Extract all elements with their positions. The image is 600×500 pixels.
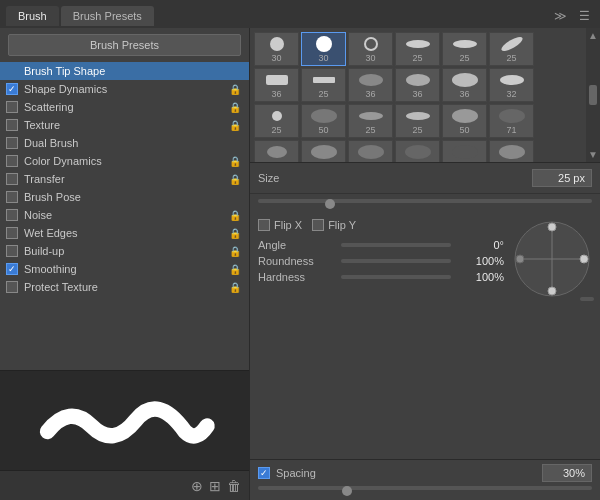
hardness-row: Hardness 100% bbox=[258, 271, 504, 283]
checkbox-color-dynamics[interactable] bbox=[6, 155, 18, 167]
brush-cell-22[interactable]: 50 bbox=[395, 140, 440, 163]
checkbox-build-up[interactable] bbox=[6, 245, 18, 257]
roundness-row: Roundness 100% bbox=[258, 255, 504, 267]
spacing-section: Spacing bbox=[250, 459, 600, 500]
lock-scattering: 🔒 bbox=[229, 102, 241, 113]
svg-point-30 bbox=[548, 287, 556, 295]
grid-view-icon[interactable]: ⊞ bbox=[209, 478, 221, 494]
brush-cell-4[interactable]: 25 bbox=[395, 32, 440, 66]
menu-item-transfer[interactable]: Transfer 🔒 bbox=[0, 170, 249, 188]
menu-item-brush-tip-shape[interactable]: Brush Tip Shape bbox=[0, 62, 249, 80]
brush-cell-7[interactable]: 36 bbox=[254, 68, 299, 102]
dial-slider-h[interactable] bbox=[580, 297, 594, 301]
size-slider[interactable] bbox=[258, 199, 592, 209]
angle-label: Angle bbox=[258, 239, 333, 251]
svg-point-3 bbox=[366, 39, 376, 49]
create-new-icon[interactable]: ⊕ bbox=[191, 478, 203, 494]
flip-x-checkbox[interactable] bbox=[258, 219, 270, 231]
checkbox-protect-texture[interactable] bbox=[6, 281, 18, 293]
left-panel: Brush Presets Brush Tip Shape Shape Dyna… bbox=[0, 28, 250, 500]
menu-item-texture[interactable]: Texture 🔒 bbox=[0, 116, 249, 134]
brush-cell-12[interactable]: 32 bbox=[489, 68, 534, 102]
checkbox-noise[interactable] bbox=[6, 209, 18, 221]
spacing-input[interactable] bbox=[542, 464, 592, 482]
brush-cell-23[interactable]: 50 bbox=[442, 140, 487, 163]
menu-item-brush-pose[interactable]: Brush Pose bbox=[0, 188, 249, 206]
brush-cell-19[interactable]: 25 bbox=[254, 140, 299, 163]
scroll-up-icon[interactable]: ▲ bbox=[588, 30, 598, 41]
svg-point-6 bbox=[499, 35, 524, 53]
expand-icon[interactable]: ≫ bbox=[550, 7, 571, 25]
svg-point-31 bbox=[516, 255, 524, 263]
size-input[interactable] bbox=[532, 169, 592, 187]
svg-point-0 bbox=[270, 37, 284, 51]
spacing-checkbox[interactable] bbox=[258, 467, 270, 479]
checkbox-shape-dynamics[interactable] bbox=[6, 83, 18, 95]
hardness-label: Hardness bbox=[258, 271, 333, 283]
brush-cell-2[interactable]: 30 bbox=[301, 32, 346, 66]
brush-cell-6[interactable]: 25 bbox=[489, 32, 534, 66]
menu-item-wet-edges[interactable]: Wet Edges 🔒 bbox=[0, 224, 249, 242]
brush-cell-13[interactable]: 25 bbox=[254, 104, 299, 138]
brush-cell-17[interactable]: 50 bbox=[442, 104, 487, 138]
svg-point-24 bbox=[499, 145, 525, 159]
flip-x-item: Flip X bbox=[258, 219, 302, 231]
spacing-slider-thumb[interactable] bbox=[342, 486, 352, 496]
checkbox-texture[interactable] bbox=[6, 119, 18, 131]
brush-cell-9[interactable]: 36 bbox=[348, 68, 393, 102]
menu-list: Brush Tip Shape Shape Dynamics 🔒 Scatter… bbox=[0, 62, 249, 370]
brush-cell-15[interactable]: 25 bbox=[348, 104, 393, 138]
scroll-down-icon[interactable]: ▼ bbox=[588, 149, 598, 160]
spacing-slider-track bbox=[258, 486, 592, 490]
checkbox-wet-edges[interactable] bbox=[6, 227, 18, 239]
brush-cell-11[interactable]: 36 bbox=[442, 68, 487, 102]
lock-transfer: 🔒 bbox=[229, 174, 241, 185]
brush-cell-5[interactable]: 25 bbox=[442, 32, 487, 66]
checkbox-brush-pose[interactable] bbox=[6, 191, 18, 203]
hardness-slider[interactable] bbox=[341, 275, 451, 279]
props-area: Flip X Flip Y Angle 0° bbox=[250, 213, 600, 459]
brush-grid-scrollbar[interactable]: ▲ ▼ bbox=[586, 28, 600, 162]
menu-icon[interactable]: ☰ bbox=[575, 7, 594, 25]
size-slider-row bbox=[250, 194, 600, 213]
lock-build-up: 🔒 bbox=[229, 246, 241, 257]
menu-item-noise[interactable]: Noise 🔒 bbox=[0, 206, 249, 224]
brush-cell-3[interactable]: 30 bbox=[348, 32, 393, 66]
menu-item-shape-dynamics[interactable]: Shape Dynamics 🔒 bbox=[0, 80, 249, 98]
brush-cell-20[interactable]: 50 bbox=[301, 140, 346, 163]
brush-cell-1[interactable]: 30 bbox=[254, 32, 299, 66]
menu-item-smoothing[interactable]: Smoothing 🔒 bbox=[0, 260, 249, 278]
roundness-slider[interactable] bbox=[341, 259, 451, 263]
menu-item-scattering[interactable]: Scattering 🔒 bbox=[0, 98, 249, 116]
menu-item-color-dynamics[interactable]: Color Dynamics 🔒 bbox=[0, 152, 249, 170]
svg-point-9 bbox=[359, 74, 383, 86]
main-content: Brush Presets Brush Tip Shape Shape Dyna… bbox=[0, 28, 600, 500]
brush-cell-16[interactable]: 25 bbox=[395, 104, 440, 138]
svg-point-17 bbox=[452, 109, 478, 123]
brush-cell-10[interactable]: 36 bbox=[395, 68, 440, 102]
delete-icon[interactable]: 🗑 bbox=[227, 478, 241, 494]
brush-cell-8[interactable]: 25 bbox=[301, 68, 346, 102]
brush-cell-21[interactable]: 50 bbox=[348, 140, 393, 163]
brush-cell-14[interactable]: 50 bbox=[301, 104, 346, 138]
checkbox-smoothing[interactable] bbox=[6, 263, 18, 275]
angle-slider[interactable] bbox=[341, 243, 451, 247]
dial-svg[interactable] bbox=[512, 219, 592, 299]
checkbox-transfer[interactable] bbox=[6, 173, 18, 185]
svg-point-15 bbox=[359, 112, 383, 120]
brush-cell-24[interactable]: 50 bbox=[489, 140, 534, 163]
checkbox-dual-brush[interactable] bbox=[6, 137, 18, 149]
svg-rect-7 bbox=[266, 75, 288, 85]
menu-item-protect-texture[interactable]: Protect Texture 🔒 bbox=[0, 278, 249, 296]
checkbox-scattering[interactable] bbox=[6, 101, 18, 113]
brush-presets-button[interactable]: Brush Presets bbox=[8, 34, 241, 56]
lock-smoothing: 🔒 bbox=[229, 264, 241, 275]
flip-y-label: Flip Y bbox=[328, 219, 356, 231]
flip-y-checkbox[interactable] bbox=[312, 219, 324, 231]
size-slider-thumb[interactable] bbox=[325, 199, 335, 209]
brush-cell-18[interactable]: 71 bbox=[489, 104, 534, 138]
tab-brush-presets[interactable]: Brush Presets bbox=[61, 6, 154, 26]
menu-item-dual-brush[interactable]: Dual Brush bbox=[0, 134, 249, 152]
tab-brush[interactable]: Brush bbox=[6, 6, 59, 26]
menu-item-build-up[interactable]: Build-up 🔒 bbox=[0, 242, 249, 260]
